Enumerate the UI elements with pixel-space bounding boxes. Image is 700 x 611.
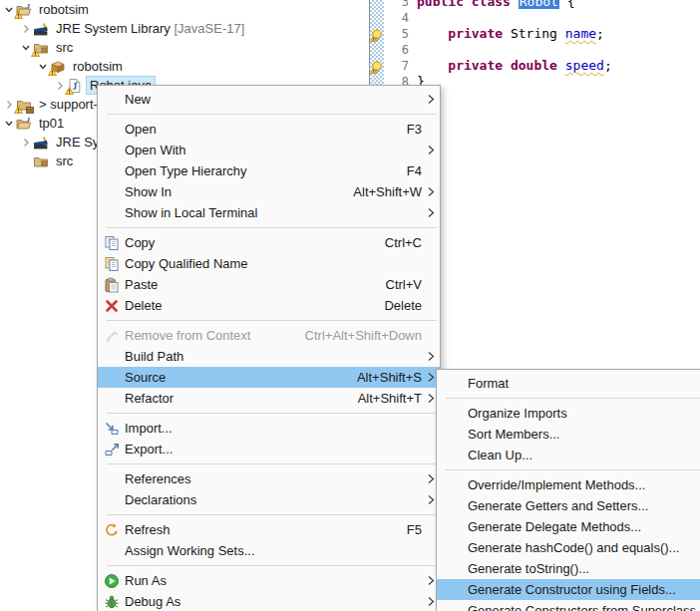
menu-item-source[interactable]: SourceAlt+Shift+S bbox=[98, 367, 440, 388]
editor-line-numbers: 345678 bbox=[385, 0, 409, 90]
warning-overlay-icon bbox=[48, 68, 57, 76]
chevron-none-icon bbox=[19, 154, 33, 168]
submenu-arrow-icon bbox=[422, 351, 440, 362]
chevron-expanded-icon[interactable] bbox=[2, 117, 16, 131]
menu-item-label: Refactor bbox=[125, 391, 358, 406]
menu-item-references[interactable]: References bbox=[98, 468, 440, 489]
menu-item-declarations[interactable]: Declarations bbox=[98, 489, 440, 510]
menu-item-open-with[interactable]: Open With bbox=[98, 140, 440, 160]
menu-item-show-in-local-terminal[interactable]: Show in Local Terminal bbox=[98, 202, 440, 223]
menu-item-label: Generate Delegate Methods... bbox=[468, 519, 700, 534]
menu-item-generate-hashcode-and-equals[interactable]: Generate hashCode() and equals()... bbox=[437, 537, 700, 558]
code-segment bbox=[417, 26, 448, 41]
menu-item-import[interactable]: Import... bbox=[98, 418, 440, 439]
code-segment bbox=[511, 0, 519, 9]
svg-text:J: J bbox=[27, 2, 31, 10]
menu-item-delete[interactable]: DeleteDelete bbox=[98, 295, 440, 316]
menu-item-open-type-hierarchy[interactable]: Open Type HierarchyF4 bbox=[98, 160, 440, 181]
menu-item-assign-working-sets[interactable]: Assign Working Sets... bbox=[98, 540, 440, 561]
menu-separator bbox=[107, 114, 437, 115]
menu-item-paste[interactable]: PasteCtrl+V bbox=[98, 274, 440, 295]
code-segment: public bbox=[417, 0, 464, 9]
code-segment: ; bbox=[604, 58, 612, 73]
menu-separator bbox=[107, 320, 437, 321]
code-segment bbox=[557, 26, 565, 41]
tree-item-tp01[interactable]: Jtp01 bbox=[0, 114, 67, 133]
tree-item-label: src bbox=[53, 39, 76, 56]
menu-item-label: New bbox=[125, 92, 422, 107]
java-editor[interactable]: 345678 public class Robot { private Stri… bbox=[369, 0, 700, 92]
submenu-arrow-icon bbox=[422, 186, 440, 197]
menu-item-open[interactable]: OpenF3 bbox=[98, 119, 440, 140]
menu-separator bbox=[107, 227, 437, 228]
source-folder-icon bbox=[33, 153, 49, 169]
menu-item-copy-qualified-name[interactable]: Copy Qualified Name bbox=[98, 253, 440, 274]
menu-item-label: Override/Implement Methods... bbox=[468, 477, 700, 492]
source-submenu: FormatOrganize ImportsSort Members...Cle… bbox=[436, 369, 700, 611]
code-segment bbox=[464, 0, 472, 9]
quickfix-lightbulb-warning-icon[interactable] bbox=[370, 28, 384, 41]
menu-item-generate-delegate-methods[interactable]: Generate Delegate Methods... bbox=[437, 516, 700, 537]
chevron-collapsed-icon[interactable] bbox=[19, 22, 33, 36]
menu-item-shortcut: Alt+Shift+T bbox=[358, 391, 422, 406]
line-number: 6 bbox=[385, 42, 409, 58]
menu-item-override-implement-methods[interactable]: Override/Implement Methods... bbox=[437, 474, 700, 495]
menu-item-clean-up[interactable]: Clean Up... bbox=[437, 445, 700, 465]
menu-item-show-in[interactable]: Show InAlt+Shift+W bbox=[98, 181, 440, 202]
menu-item-debug-as[interactable]: Debug As bbox=[98, 591, 440, 611]
menu-item-export[interactable]: Export... bbox=[98, 439, 440, 459]
code-line: public class Robot { bbox=[417, 0, 700, 10]
import-icon bbox=[98, 421, 125, 437]
tree-item-jre-sys[interactable]: JRE Sys bbox=[0, 133, 109, 152]
delete-icon bbox=[98, 298, 125, 314]
menu-item-organize-imports[interactable]: Organize Imports bbox=[437, 403, 700, 424]
quickfix-lightbulb-warning-icon[interactable] bbox=[370, 60, 384, 73]
menu-item-refactor[interactable]: RefactorAlt+Shift+T bbox=[98, 388, 440, 409]
tree-item-jre-system-library[interactable]: JRE System Library [JavaSE-17] bbox=[0, 19, 247, 38]
tree-item-decorator: [JavaSE-17] bbox=[171, 21, 244, 36]
menu-separator bbox=[446, 469, 700, 470]
menu-item-label: Clean Up... bbox=[468, 448, 700, 462]
menu-item-shortcut: F3 bbox=[407, 122, 422, 137]
menu-item-sort-members[interactable]: Sort Members... bbox=[437, 424, 700, 445]
menu-item-shortcut: F5 bbox=[407, 522, 422, 537]
menu-item-remove-from-context[interactable]: Remove from ContextCtrl+Alt+Shift+Down bbox=[98, 325, 440, 346]
menu-item-label: Open Type Hierarchy bbox=[125, 163, 407, 178]
menu-item-label: Organize Imports bbox=[468, 406, 700, 421]
menu-item-format[interactable]: Format bbox=[437, 373, 700, 394]
menu-item-label: References bbox=[125, 471, 422, 486]
tree-item-support[interactable]: > support- bbox=[0, 95, 101, 114]
menu-item-label: Open With bbox=[125, 143, 422, 157]
menu-item-shortcut: F4 bbox=[407, 163, 422, 178]
editor-code-area[interactable]: public class Robot { private String name… bbox=[417, 0, 700, 90]
context-menu: NewOpenF3Open WithOpen Type HierarchyF4S… bbox=[97, 85, 441, 611]
selected-occurrence: Robot bbox=[519, 0, 559, 9]
menu-separator bbox=[107, 463, 437, 464]
menu-item-generate-constructors-from-superclass[interactable]: Generate Constructors from Superclass... bbox=[437, 600, 700, 611]
tree-item-label: robotsim bbox=[36, 1, 92, 18]
menu-item-copy[interactable]: CopyCtrl+C bbox=[98, 232, 440, 253]
code-line: private String name; bbox=[417, 26, 700, 42]
menu-item-build-path[interactable]: Build Path bbox=[98, 346, 440, 367]
menu-item-shortcut: Ctrl+C bbox=[385, 235, 422, 250]
menu-separator bbox=[446, 398, 700, 399]
menu-item-label: Generate Constructors from Superclass... bbox=[468, 603, 700, 611]
menu-item-generate-tostring[interactable]: Generate toString()... bbox=[437, 558, 700, 579]
tree-item-robotsim[interactable]: Jrobotsim bbox=[0, 0, 92, 19]
menu-item-label: Import... bbox=[125, 421, 422, 436]
menu-item-run-as[interactable]: Run As bbox=[98, 570, 440, 591]
menu-item-shortcut: Alt+Shift+S bbox=[357, 370, 422, 385]
chevron-collapsed-icon[interactable] bbox=[19, 136, 33, 150]
java-file-icon: J bbox=[67, 78, 83, 94]
menu-item-generate-getters-and-setters[interactable]: Generate Getters and Setters... bbox=[437, 495, 700, 516]
paste-icon bbox=[98, 277, 125, 293]
warning-overlay-icon bbox=[65, 87, 74, 95]
menu-item-refresh[interactable]: RefreshF5 bbox=[98, 519, 440, 540]
menu-item-label: Format bbox=[468, 376, 700, 391]
tree-item-robotsim[interactable]: robotsim bbox=[0, 57, 126, 76]
menu-item-generate-constructor-using-fields[interactable]: Generate Constructor using Fields... bbox=[437, 579, 700, 600]
tree-item-src[interactable]: src bbox=[0, 152, 76, 170]
tree-item-src[interactable]: src bbox=[0, 38, 76, 57]
menu-item-new[interactable]: New bbox=[98, 89, 440, 110]
submenu-arrow-icon bbox=[422, 207, 440, 218]
